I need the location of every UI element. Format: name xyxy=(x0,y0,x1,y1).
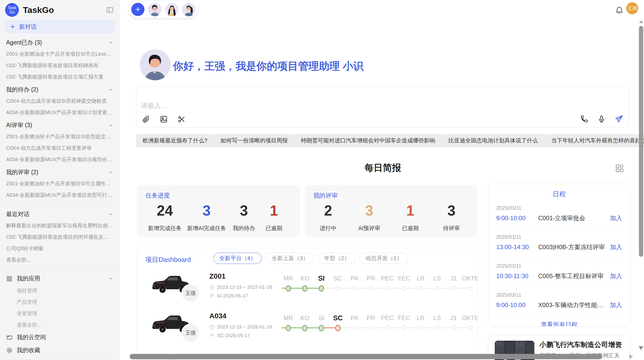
milestone-dot xyxy=(402,286,406,291)
phone-icon xyxy=(580,115,588,123)
project-dates: 2023-12-19 ~ 2026-01-19 xyxy=(209,324,272,330)
app-sub-item[interactable]: 产品管理 xyxy=(0,296,119,308)
stat-column: 2 进行中 xyxy=(316,203,340,232)
sidebar-group-my-review[interactable]: 我的评审 (2) xyxy=(0,165,119,178)
stat-value: 3 xyxy=(232,203,256,218)
sidebar-item[interactable]: Z001-全新燃油轻卡产品开发项目SI节点属性5D文件评审 xyxy=(0,178,119,189)
teammate-avatar-1[interactable] xyxy=(148,3,162,16)
join-link[interactable]: 加入 xyxy=(610,243,622,251)
milestone-dot xyxy=(286,325,291,331)
sidebar-item[interactable]: C02-飞腾新能源轻客改款项目里程碑画布 xyxy=(0,60,119,71)
suggestion-chip[interactable]: 欧洲新规最近颁布了什么? xyxy=(136,134,214,147)
sidebar-item[interactable]: A034-全新新能源MUV产品开发项目法规符合性评审 xyxy=(0,154,119,165)
sidebar-item[interactable]: A034-全新新能源MUV产品开发项目计划变更表编写 xyxy=(0,107,119,118)
microphone-icon xyxy=(597,115,606,123)
sidebar-item-cloud-space[interactable]: 我的云空间 xyxy=(0,331,119,344)
stat-value: 1 xyxy=(398,203,422,218)
sidebar-item[interactable]: Z001-全新燃油轻卡产品开发项目SI造型提交物评审 xyxy=(0,131,119,142)
join-link[interactable]: 加入 xyxy=(610,214,622,222)
scroll-down-arrow[interactable] xyxy=(639,346,643,350)
recent-item[interactable]: C02-飞腾新能源轻客改款项目的闭环通告反馈情况 xyxy=(0,231,119,243)
join-link[interactable]: 加入 xyxy=(610,272,622,280)
recent-item[interactable]: 公司Q3轻卡销量 xyxy=(0,243,119,254)
event-date: 2025/03/11 xyxy=(496,292,622,298)
suggestion-chip[interactable]: 特朗普可能对进口汽车增税会对中国车企造成哪些影响 xyxy=(294,134,442,147)
suggestion-chip[interactable]: 如何写一份清晰的项目周报 xyxy=(214,134,294,147)
clock-icon xyxy=(209,324,214,329)
milestone-timeline: MRKOSISCPAPRPECFECLRLSJ1OKTB xyxy=(280,309,478,348)
vertical-scrollbar-thumb[interactable] xyxy=(639,26,643,257)
milestone-dot xyxy=(385,326,390,330)
sidebar-collapse-button[interactable] xyxy=(105,5,115,15)
milestone-label: KO xyxy=(300,274,309,282)
app-sub-item[interactable]: 变更管理 xyxy=(0,308,119,319)
my-review-stats: 2 进行中 3 AI预评审 1 已逾期 3 待评审 xyxy=(316,203,464,232)
project-row-a034[interactable]: 王强 A034 2023-12-19 ~ 2026-01-19 SC-2025-… xyxy=(145,309,471,349)
project-row-z001[interactable]: 王强 Z001 2023-12-19 ~ 2027-01-19 SI-2025-… xyxy=(145,270,471,309)
join-link[interactable]: 加入 xyxy=(610,301,622,309)
app-sub-item[interactable]: 查看全部... xyxy=(0,319,119,331)
project-flag-text: SC-2025-05-17 xyxy=(217,333,250,338)
sidebar-header: Task Go TaskGo xyxy=(0,0,119,19)
scroll-up-arrow[interactable] xyxy=(639,20,643,23)
stat-column: 3 待评审 xyxy=(439,203,464,232)
suggestion-chip[interactable]: 比亚迪全固态电池计划具体说了什么 xyxy=(442,134,545,147)
sidebar-item-favorites[interactable]: 我的收藏 xyxy=(0,344,119,357)
briefing-layout-button[interactable] xyxy=(613,162,625,174)
sidebar-group-agent-done[interactable]: Agent已办 (3) xyxy=(0,36,119,48)
sidebar-item[interactable]: C0X4-动力总成开发项目工程变更评审 xyxy=(0,142,119,154)
view-all-schedule-link[interactable]: 查看所有日程 xyxy=(489,317,630,326)
tab-powertrain[interactable]: 动总开发（1） xyxy=(360,253,408,264)
owner-badge: 王强 xyxy=(181,284,200,302)
sidebar-group-ai-review[interactable]: AI评审 (3) xyxy=(0,118,119,131)
sidebar-item[interactable]: A034-全新新能源MUV产品开发项目造型可行性评审 xyxy=(0,189,119,201)
divider xyxy=(0,204,119,204)
stat-value: 3 xyxy=(439,203,464,218)
event-time: 10:30-11:30 xyxy=(496,273,538,280)
milestone-label: J1 xyxy=(450,274,457,282)
add-member-button[interactable] xyxy=(131,3,144,16)
recent-item[interactable]: 解释最新出台的欧盟报废车法规再生塑料比例被调至15%... xyxy=(0,220,119,231)
assistant-avatar xyxy=(140,49,171,80)
stat-label: 进行中 xyxy=(316,224,340,232)
teammate-avatar-2[interactable] xyxy=(165,3,179,16)
microphone-button[interactable] xyxy=(596,114,607,124)
sidebar-item-my-apps[interactable]: 我的应用 xyxy=(0,272,119,285)
sidebar-group-my-todo[interactable]: 我的待办 (2) xyxy=(0,83,119,95)
image-upload-button[interactable] xyxy=(159,114,169,124)
milestone-dot xyxy=(451,326,456,330)
schedule-event: 2025/03/11 13:00-14:30 C003|H0B-方案冻结评审 加… xyxy=(489,230,630,259)
attach-button[interactable] xyxy=(141,114,151,124)
milestone-dot xyxy=(302,325,308,331)
image-icon xyxy=(160,115,168,123)
milestone-label: PR xyxy=(367,314,375,322)
send-button[interactable] xyxy=(614,114,624,124)
user-avatar[interactable]: 王强 xyxy=(626,2,638,14)
app-sub-item[interactable]: 项目管理 xyxy=(0,285,119,296)
tab-all-new-platform[interactable]: 全新平台（4） xyxy=(213,253,262,264)
chevron-up-icon xyxy=(109,87,113,92)
tab-year-model[interactable]: 年型（2） xyxy=(318,253,356,264)
chat-input[interactable] xyxy=(140,101,574,110)
recent-item[interactable]: 查看全部... xyxy=(0,254,119,266)
event-time: 13:00-14:30 xyxy=(496,244,538,251)
notification-bell-button[interactable] xyxy=(614,5,625,15)
bell-icon xyxy=(615,6,624,14)
sidebar-item[interactable]: C02-飞腾新能源轻客改款项目立项汇报方案 xyxy=(0,71,119,83)
suggestion-chip[interactable]: 当下年轻人对汽车外观有怎样的喜好趋势 xyxy=(545,134,644,147)
card-title: 我的评审 xyxy=(313,191,338,200)
voice-call-button[interactable] xyxy=(579,114,589,124)
new-chat-button[interactable]: 新对话 xyxy=(5,20,114,33)
milestone-dot xyxy=(336,286,340,291)
tab-new-body[interactable]: 全新上装（3） xyxy=(266,253,314,264)
milestone-label: J1 xyxy=(450,314,457,322)
layout-grid-icon xyxy=(614,163,624,173)
sidebar-group-recent[interactable]: 最近对话 xyxy=(0,207,119,220)
sidebar-item[interactable]: C0X4-动力总成开发项目SI里程碑提交物检查 xyxy=(0,95,119,107)
screenshot-button[interactable] xyxy=(177,114,187,124)
sidebar-item[interactable]: Z001-全新燃油皮卡产品开发项目SI节点Lesson Learn报告 xyxy=(0,48,119,60)
input-left-tools xyxy=(141,114,187,124)
horizontal-scrollbar-thumb[interactable] xyxy=(130,354,602,359)
scroll-right-arrow[interactable] xyxy=(629,354,633,359)
teammate-avatar-3[interactable] xyxy=(182,3,196,16)
